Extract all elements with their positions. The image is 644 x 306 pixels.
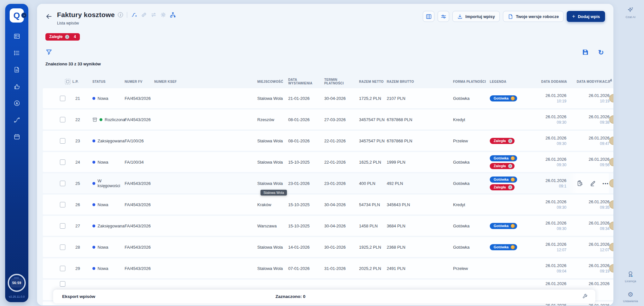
col-header-lp[interactable]: L.P. bbox=[72, 80, 92, 83]
row-checkbox[interactable] bbox=[60, 96, 65, 101]
row-select-cell bbox=[43, 159, 72, 165]
table-row[interactable]: 23 Zaksięgowana FA/100/26 Stalowa Wola 0… bbox=[43, 131, 613, 151]
payment-due-date: 27-03-2026 bbox=[324, 117, 359, 122]
col-header-termin-platnosci[interactable]: TERMIN PŁATNOŚCI bbox=[324, 78, 359, 85]
table-row[interactable]: 28 Nowa FA/4543/2026 Stalowa Wola 14-01-… bbox=[43, 237, 613, 257]
table-row[interactable]: 24 Nowa FA/100/34 Stalowa Wola 15-10-202… bbox=[43, 152, 613, 172]
table-row[interactable]: 22 Rozliczona FA/4543/2026 Rzeszów 08-01… bbox=[43, 110, 613, 129]
col-header-legenda[interactable]: LEGENDA bbox=[490, 80, 533, 83]
table-row[interactable]: 26 Nowa FA/4543/2026 Kraków 15-10-2025 3… bbox=[43, 195, 613, 215]
select-all-checkbox[interactable] bbox=[65, 79, 71, 84]
sidebar-item-documents[interactable] bbox=[13, 66, 20, 73]
overdue-filter-chip[interactable]: Zaległe i 4 bbox=[45, 33, 80, 41]
sidebar-item-approvals[interactable] bbox=[13, 83, 20, 90]
legend-badges bbox=[490, 118, 533, 121]
col-header-razem-netto[interactable]: RAZEM NETTO bbox=[359, 80, 387, 83]
table-row[interactable]: 21 Nowa FA/4543/2026 Stalowa Wola 21-01-… bbox=[43, 88, 613, 108]
row-checkbox[interactable] bbox=[60, 202, 65, 207]
preview-button[interactable] bbox=[577, 180, 583, 186]
col-header-numer-ksef[interactable]: NUMER KSEF bbox=[154, 80, 257, 83]
row-checkbox[interactable] bbox=[60, 223, 65, 229]
process-route-button[interactable] bbox=[131, 12, 137, 18]
edit-button[interactable] bbox=[590, 180, 596, 186]
sidebar-item-automation[interactable] bbox=[13, 100, 20, 107]
issue-date: 14-01-2026 bbox=[288, 245, 324, 250]
rail-bottom-group: Licencja ⚙ Ustawienia bbox=[623, 271, 638, 303]
row-status: Nowa bbox=[92, 96, 125, 101]
row-checkbox[interactable] bbox=[60, 159, 65, 165]
transfer-arrows-icon bbox=[150, 12, 157, 18]
date-added: 26.01.2026 bbox=[545, 263, 566, 268]
col-header-numer-fv[interactable]: NUMER FV bbox=[125, 80, 154, 83]
session-timer[interactable]: 56:59 bbox=[8, 274, 26, 292]
col-header-autor-clipped[interactable]: A bbox=[610, 79, 612, 82]
col-header-data-modyfikacji[interactable]: DATA MODYFIKACJI bbox=[569, 80, 612, 83]
badge-label: Gotówka bbox=[494, 156, 508, 160]
drafts-button[interactable]: Twoje wersje robocze bbox=[503, 11, 564, 22]
sidebar-item-list[interactable] bbox=[13, 50, 20, 57]
date-added-cell: 26.01.2026 bbox=[533, 303, 569, 305]
sidebar-expand-button[interactable]: › bbox=[21, 13, 27, 18]
row-status: Nowa bbox=[92, 266, 125, 271]
import-entries-label: Importuj wpisy bbox=[465, 14, 495, 19]
col-header-razem-brutto[interactable]: RAZEM BRUTTO bbox=[387, 80, 453, 83]
col-header-miejscowosc[interactable]: MIEJSCOWOŚĆ bbox=[257, 80, 288, 83]
settings-gear-button[interactable] bbox=[160, 12, 166, 18]
gross-total: 6787868 PLN bbox=[387, 139, 453, 143]
license-button[interactable]: Licencja bbox=[625, 271, 636, 283]
row-checkbox[interactable] bbox=[60, 281, 65, 287]
back-button[interactable] bbox=[45, 13, 52, 21]
date-modified: 26.01.2026 bbox=[589, 242, 610, 247]
refresh-button[interactable]: ↻ bbox=[598, 49, 604, 56]
sidebar-item-calendar[interactable] bbox=[13, 133, 20, 140]
sidebar-item-contacts[interactable] bbox=[13, 33, 20, 40]
time-modified: 09:47 bbox=[600, 141, 610, 146]
row-checkbox[interactable] bbox=[60, 117, 65, 122]
org-structure-button[interactable] bbox=[170, 12, 176, 18]
add-entry-button[interactable]: + Dodaj wpis bbox=[567, 11, 605, 22]
footer-tools-button[interactable] bbox=[582, 293, 588, 300]
gross-total: 2107 PLN bbox=[387, 96, 453, 101]
table-row[interactable]: 27 Zaksięgowana FA/4543/2026 Warszawa 15… bbox=[43, 216, 613, 236]
more-actions-button[interactable]: ••• bbox=[602, 181, 609, 186]
title-info-icon[interactable]: i bbox=[118, 12, 123, 17]
row-checkbox[interactable] bbox=[60, 181, 65, 186]
table-toolbar: ↻ bbox=[37, 47, 613, 57]
export-entries-button[interactable]: Eksport wpisów bbox=[62, 294, 95, 299]
col-header-status[interactable]: STATUS bbox=[92, 80, 125, 83]
import-entries-button[interactable]: Importuj wpisy bbox=[452, 11, 500, 22]
link-button[interactable] bbox=[141, 12, 147, 18]
col-header-data-wystawienia[interactable]: DATA WYSTAWIENIA bbox=[288, 78, 324, 85]
filter-button[interactable] bbox=[45, 47, 56, 57]
columns-button[interactable] bbox=[423, 11, 434, 22]
row-index: 24 bbox=[72, 160, 92, 165]
overdue-chip-count: 4 bbox=[74, 34, 76, 39]
row-checkbox[interactable] bbox=[60, 266, 65, 271]
app-logo[interactable]: Q › bbox=[10, 8, 24, 23]
clipboard-search-icon bbox=[577, 180, 583, 186]
row-checkbox[interactable] bbox=[60, 244, 65, 250]
city: Stalowa Wola bbox=[257, 139, 288, 143]
view-settings-button[interactable] bbox=[438, 11, 449, 22]
save-view-button[interactable] bbox=[582, 49, 589, 56]
city: Stalowa Wola bbox=[257, 96, 288, 101]
settings-button[interactable]: ⚙ Ustawienia bbox=[623, 291, 638, 303]
drafts-label: Twoje wersje robocze bbox=[516, 14, 559, 19]
table-row[interactable]: 25 W księgowości FA/4543/2026 Stalowa Wo… bbox=[43, 173, 613, 193]
status-label: Zaksięgowana bbox=[98, 224, 125, 228]
sidebar-item-workflows[interactable] bbox=[13, 117, 20, 124]
net-total: 1925,2 PLN bbox=[359, 245, 387, 250]
table-row[interactable]: 29 Nowa FA/4543/2026 Stalowa Wola 07-01-… bbox=[43, 258, 613, 278]
row-checkbox[interactable] bbox=[60, 138, 65, 144]
date-added: 26.01.2026 bbox=[545, 178, 566, 183]
col-header-forma-platnosci[interactable]: FORMA PŁATNOŚCI bbox=[453, 80, 490, 83]
gross-total: 3684 PLN bbox=[387, 224, 453, 228]
row-index: 21 bbox=[72, 96, 92, 101]
chat-ai-button[interactable]: Czat AI bbox=[626, 6, 636, 19]
col-header-data-dodania[interactable]: DATA DODANIA bbox=[533, 80, 569, 83]
date-modified: 26.01.2026 bbox=[589, 157, 610, 162]
row-select-cell bbox=[43, 138, 72, 144]
row-select-cell bbox=[43, 117, 72, 122]
transfer-button[interactable] bbox=[150, 12, 157, 18]
author-avatar[interactable] bbox=[609, 179, 613, 187]
